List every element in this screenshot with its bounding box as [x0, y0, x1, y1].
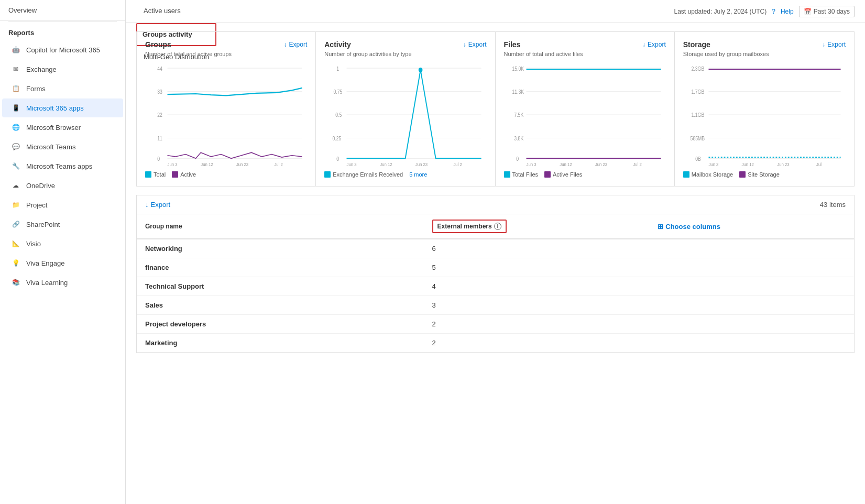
table-row: Marketing 2 [137, 334, 854, 353]
activity-chart-title: Activity [324, 40, 351, 49]
cell-external-members: 4 [424, 277, 639, 296]
col-choose-columns[interactable]: ⊞ Choose columns [639, 214, 854, 239]
svg-text:Jul 2: Jul 2 [274, 161, 283, 167]
svg-text:585MB: 585MB [690, 136, 705, 141]
top-nav-item-activeusers[interactable]: Active users [136, 0, 216, 23]
download-icon-3: ↓ [642, 41, 645, 48]
sidebar-item-exchange[interactable]: ✉Exchange [2, 60, 123, 79]
cell-empty [639, 239, 854, 258]
table-toolbar: ↓ Export 43 items [137, 195, 854, 214]
sidebar-label-m365apps: Microsoft 365 apps [26, 104, 84, 112]
sidebar-item-forms[interactable]: 📋Forms [2, 79, 123, 98]
download-icon-2: ↓ [463, 41, 466, 48]
data-table: Group name External members i ⊞ Choose [137, 214, 854, 353]
files-chart-svg: 15.0K 11.3K 7.5K 3.8K 0 [504, 62, 666, 167]
sidebar-item-project[interactable]: 📁Project [2, 195, 123, 214]
activity-chart-area: 1 0.75 0.5 0.25 0 Jun 3 [324, 62, 486, 167]
sidebar-icon-vivaengage: 💡 [10, 258, 21, 268]
sidebar-item-vivalearning[interactable]: 📚Viva Learning [2, 273, 123, 292]
cell-group-name: Networking [137, 239, 424, 258]
groups-export-label: Export [289, 41, 308, 48]
activity-chart-subtitle: Number of group activities by type [324, 51, 486, 57]
sidebar-item-teams[interactable]: 💬Microsoft Teams [2, 137, 123, 156]
cell-external-members: 5 [424, 258, 639, 277]
groups-legend-total: Total [154, 171, 166, 178]
sidebar-label-forms: Forms [26, 85, 46, 93]
storage-export-btn[interactable]: ↓ Export [822, 41, 846, 48]
col-externalmembers-highlighted: External members i [432, 220, 507, 233]
col-groupname-label: Group name [145, 223, 182, 230]
help-link[interactable]: Help [781, 8, 794, 15]
date-filter[interactable]: 📅 Past 30 days [799, 6, 855, 17]
sidebar-item-teamsapps[interactable]: 🔧Microsoft Teams apps [2, 157, 123, 176]
files-export-label: Export [648, 41, 666, 48]
cell-group-name: Sales [137, 296, 424, 315]
groups-chart-legend: Total Active [145, 171, 307, 178]
files-chart-title: Files [504, 40, 521, 49]
sidebar-icon-teamsapps: 🔧 [10, 161, 21, 171]
groups-chart-panel: Groups ↓ Export Number of total and acti… [137, 32, 316, 186]
sidebar-label-project: Project [26, 201, 47, 209]
sidebar-icon-teams: 💬 [10, 141, 21, 152]
sidebar-label-teams: Microsoft Teams [26, 143, 75, 151]
files-legend-active: Active Files [553, 171, 582, 178]
svg-text:Jun 12: Jun 12 [201, 161, 213, 167]
cell-empty [639, 334, 854, 353]
files-chart-panel: Files ↓ Export Number of total and activ… [496, 32, 675, 186]
sidebar-item-visio[interactable]: 📐Visio [2, 234, 123, 253]
groups-export-btn[interactable]: ↓ Export [284, 41, 308, 48]
sidebar-label-onedrive: OneDrive [26, 182, 55, 190]
cell-external-members: 6 [424, 239, 639, 258]
activity-export-btn[interactable]: ↓ Export [463, 41, 487, 48]
sidebar-item-browser[interactable]: 🌐Microsoft Browser [2, 118, 123, 137]
sidebar-item-vivaengage[interactable]: 💡Viva Engage [2, 254, 123, 272]
sidebar-icon-vivalearning: 📚 [10, 277, 21, 288]
table-row: Networking 6 [137, 239, 854, 258]
table-export-btn[interactable]: ↓ Export [145, 201, 170, 209]
cell-empty [639, 277, 854, 296]
sidebar-item-onedrive[interactable]: ☁OneDrive [2, 176, 123, 195]
svg-text:Jun 3: Jun 3 [347, 161, 357, 167]
sidebar-item-copilot[interactable]: 🤖Copilot for Microsoft 365 [2, 40, 123, 59]
storage-chart-legend: Mailbox Storage Site Storage [683, 171, 846, 178]
svg-text:7.5K: 7.5K [514, 113, 524, 118]
svg-point-24 [419, 68, 423, 72]
choose-columns-btn[interactable]: ⊞ Choose columns [658, 223, 846, 231]
storage-chart-title: Storage [683, 40, 710, 49]
activity-chart-svg: 1 0.75 0.5 0.25 0 Jun 3 [324, 62, 486, 167]
sidebar-item-m365apps[interactable]: 📱Microsoft 365 apps [2, 98, 123, 117]
col-header-groupname[interactable]: Group name [137, 214, 424, 239]
sidebar-item-sharepoint[interactable]: 🔗SharePoint [2, 215, 123, 234]
cell-group-name: Project developers [137, 315, 424, 334]
svg-text:1.7GB: 1.7GB [691, 89, 704, 95]
svg-text:3.8K: 3.8K [514, 136, 524, 141]
content-area: Groups ↓ Export Number of total and acti… [126, 23, 865, 504]
svg-text:2.3GB: 2.3GB [691, 66, 704, 72]
svg-text:0.25: 0.25 [333, 136, 342, 141]
table-items-count: 43 items [820, 201, 846, 209]
svg-text:Jun 12: Jun 12 [380, 161, 393, 167]
last-updated-text: Last updated: July 2, 2024 (UTC) [674, 8, 767, 15]
cell-group-name: finance [137, 258, 424, 277]
activity-chart-panel: Activity ↓ Export Number of group activi… [316, 32, 495, 186]
storage-chart-svg: 2.3GB 1.7GB 1.1GB 585MB 0B [683, 62, 846, 167]
columns-icon: ⊞ [658, 223, 663, 231]
col-header-externalmembers[interactable]: External members i [424, 214, 639, 239]
files-legend-total: Total Files [512, 171, 539, 178]
files-export-btn[interactable]: ↓ Export [642, 41, 666, 48]
svg-text:Jun 23: Jun 23 [415, 161, 428, 167]
svg-text:Jun 12: Jun 12 [560, 161, 572, 167]
activity-legend-more[interactable]: 5 more [409, 171, 427, 178]
files-chart-area: 15.0K 11.3K 7.5K 3.8K 0 [504, 62, 666, 167]
sidebar-icon-m365apps: 📱 [10, 103, 21, 113]
storage-legend-mailbox: Mailbox Storage [692, 171, 733, 178]
svg-text:33: 33 [157, 89, 162, 95]
sidebar-label-exchange: Exchange [26, 65, 57, 73]
sidebar-overview[interactable]: Overview [0, 0, 125, 21]
files-chart-legend: Total Files Active Files [504, 171, 666, 178]
external-members-info-icon[interactable]: i [494, 223, 501, 230]
activity-legend-exchange: Exchange Emails Received [333, 171, 403, 178]
svg-text:0.75: 0.75 [334, 89, 343, 95]
groups-chart-area: 44 33 22 11 0 [145, 62, 307, 167]
svg-text:Jun 3: Jun 3 [168, 161, 178, 167]
